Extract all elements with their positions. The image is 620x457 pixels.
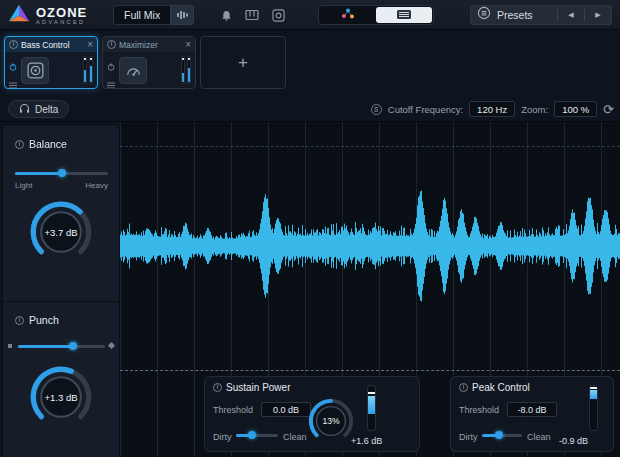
punch-header: Punch [15, 314, 59, 326]
balance-range-labels: Light Heavy [15, 181, 108, 190]
peak-threshold-field[interactable]: -8.0 dB [507, 402, 557, 417]
threshold-label: Threshold [213, 405, 253, 415]
brand-subtitle: ADVANCED [36, 19, 87, 25]
peak-dirty-clean-slider[interactable] [482, 429, 522, 441]
balance-slider[interactable] [15, 167, 108, 179]
tab-body [5, 52, 97, 88]
previous-preset-button[interactable]: ◀ [564, 11, 578, 19]
sustain-amount-knob[interactable]: 13% [307, 397, 355, 445]
headphones-icon [19, 100, 30, 118]
cutoff-icon [371, 104, 382, 115]
sustain-threshold-field[interactable]: 0.0 dB [261, 402, 311, 417]
presets-icon [477, 6, 491, 24]
tab-maximizer[interactable]: Maximizer × [102, 36, 196, 89]
bass-control-panel: Balance Light Heavy +3.7 dB Punch +1.3 d… [2, 124, 120, 457]
threshold-label: Threshold [459, 405, 499, 415]
menu-icon[interactable] [9, 75, 17, 89]
tab-header: Maximizer × [103, 37, 195, 52]
divider [584, 9, 585, 21]
badge-dot-icon[interactable] [270, 7, 286, 23]
lower-threshold-line[interactable] [120, 370, 620, 371]
clean-label: Clean [527, 432, 551, 442]
divider [557, 9, 558, 21]
tab-meters [83, 56, 93, 84]
presets-label: Presets [497, 9, 551, 21]
close-icon[interactable]: × [185, 40, 191, 50]
graph-view-toggle[interactable] [319, 6, 375, 24]
sustain-power-title: Sustain Power [226, 382, 290, 393]
light-label: Light [15, 181, 32, 190]
heavy-label: Heavy [85, 181, 108, 190]
peak-control-panel: Peak Control Threshold -8.0 dB Dirty Cle… [450, 376, 614, 452]
tab-header: Bass Control × [5, 37, 97, 52]
sustain-dirty-clean-slider[interactable] [236, 429, 278, 441]
ozone-logo-icon [8, 3, 30, 29]
peak-meter-value: -0.9 dB [559, 436, 588, 446]
punch-knob[interactable]: +1.3 dB [28, 364, 94, 430]
top-bar: OZONE ADVANCED Full Mix [0, 0, 620, 30]
presets-button[interactable]: Presets ◀ ▶ [470, 5, 612, 25]
punch-slider[interactable] [18, 340, 105, 352]
sustain-meter [367, 385, 376, 431]
power-icon[interactable] [9, 57, 17, 75]
tab-label: Bass Control [21, 40, 84, 50]
clean-label: Clean [283, 432, 307, 442]
app-logo: OZONE ADVANCED [8, 3, 87, 29]
cutoff-frequency-field[interactable]: 120 Hz [469, 101, 515, 117]
balance-knob[interactable]: +3.7 dB [28, 199, 94, 265]
mix-source-label[interactable]: Full Mix [113, 5, 170, 25]
molecule-icon [340, 6, 355, 24]
sustain-meter-value: +1.6 dB [351, 436, 382, 446]
keyboard-icon [396, 6, 412, 24]
info-icon[interactable] [213, 383, 222, 392]
zoom-label: Zoom: [521, 104, 548, 115]
dirty-label: Dirty [213, 432, 232, 442]
plus-icon: + [238, 53, 248, 73]
gauge-thumbnail-icon [119, 57, 147, 84]
waveform-display [120, 122, 620, 370]
balance-value: +3.7 dB [28, 199, 94, 265]
cutoff-frequency-label: Cutoff Frequency: [388, 104, 463, 115]
delta-button[interactable]: Delta [8, 100, 69, 118]
add-module-button[interactable]: + [200, 36, 286, 89]
waveform-region: Sustain Power Threshold 0.0 dB Dirty Cle… [120, 122, 620, 457]
punch-min-marker [8, 344, 12, 348]
menu-icon[interactable] [107, 75, 115, 89]
next-preset-button[interactable]: ▶ [591, 11, 605, 19]
bell-icon[interactable] [218, 7, 234, 23]
punch-max-marker [108, 342, 115, 349]
info-icon[interactable] [107, 40, 116, 49]
punch-value: +1.3 dB [28, 364, 94, 430]
power-icon[interactable] [107, 57, 115, 75]
tab-bass-control[interactable]: Bass Control × [4, 36, 98, 89]
peak-control-title: Peak Control [472, 382, 530, 393]
info-icon[interactable] [9, 40, 18, 49]
reset-zoom-icon[interactable]: ⟳ [603, 103, 614, 116]
tab-body [103, 52, 195, 88]
balance-header: Balance [15, 138, 67, 150]
sustain-knob-value: 13% [307, 397, 355, 445]
punch-title: Punch [29, 314, 59, 326]
sustain-power-panel: Sustain Power Threshold 0.0 dB Dirty Cle… [204, 376, 420, 452]
view-toggle [318, 5, 434, 25]
zoom-field[interactable]: 100 % [554, 101, 597, 117]
balance-title: Balance [29, 138, 67, 150]
info-icon[interactable] [15, 316, 24, 325]
info-icon[interactable] [459, 383, 468, 392]
mix-source-selector[interactable]: Full Mix [113, 5, 194, 25]
view-tools: Cutoff Frequency: 120 Hz Zoom: 100 % ⟳ [371, 100, 614, 118]
delta-label: Delta [35, 104, 58, 115]
piano-keys-icon[interactable] [244, 7, 260, 23]
waveform-bars-icon[interactable] [170, 5, 194, 25]
close-icon[interactable]: × [87, 40, 93, 50]
tab-label: Maximizer [119, 40, 182, 50]
dirty-label: Dirty [459, 432, 478, 442]
upper-threshold-line [120, 146, 620, 147]
punch-section: Punch +1.3 dB [3, 301, 119, 457]
peak-meter [589, 385, 598, 431]
info-icon[interactable] [15, 140, 24, 149]
speaker-thumbnail-icon [21, 57, 49, 84]
brand-name: OZONE [36, 7, 87, 19]
ozone-window: OZONE ADVANCED Full Mix [0, 0, 620, 457]
module-view-toggle[interactable] [376, 7, 432, 23]
